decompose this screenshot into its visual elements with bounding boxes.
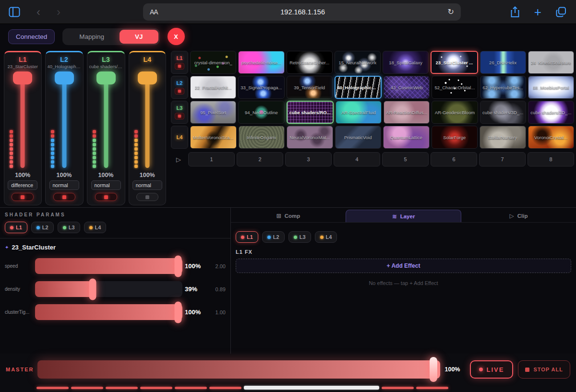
layer-chip-l2[interactable]: L2: [31, 222, 54, 233]
column-button-8[interactable]: 8: [528, 152, 574, 166]
clip-cell[interactable]: NeuralVoronoiMat...: [287, 126, 333, 149]
clip-cell[interactable]: VoronoiCrystal...: [528, 126, 575, 149]
channel-stop-button[interactable]: [53, 193, 75, 201]
column-button-5[interactable]: 5: [382, 152, 429, 166]
clip-cell[interactable]: psychedelic-noise...: [238, 51, 284, 74]
clip-cell[interactable]: 24_KineticSculpture: [528, 51, 574, 74]
clip-cell[interactable]: AR-ReactionDiffus...: [384, 101, 430, 124]
master-fader[interactable]: [37, 360, 440, 379]
clip-cell[interactable]: 39_TensorField: [287, 76, 333, 99]
layer-chip-l1[interactable]: L1: [5, 222, 27, 233]
param-percent: 100%: [185, 262, 207, 270]
channel-fader[interactable]: [48, 71, 81, 169]
tab-vj[interactable]: VJ: [120, 30, 158, 44]
param-slider-knob[interactable]: [175, 255, 182, 277]
clip-cell[interactable]: 43_CosmicWeb: [384, 76, 430, 99]
channel-fader[interactable]: [89, 71, 123, 169]
clip-cell[interactable]: cube shaders/RO...: [287, 101, 334, 124]
play-icon[interactable]: ▷: [171, 152, 186, 166]
fader-knob[interactable]: [96, 71, 116, 84]
clip-cell[interactable]: AR-SpectralFluid: [336, 101, 382, 124]
stop-all-button[interactable]: STOP ALL: [518, 360, 570, 379]
clip-cell[interactable]: 62_HypercubeTes...: [480, 76, 526, 99]
clip-cell[interactable]: 68_MoebiusPortal: [528, 76, 574, 99]
layer-chip-l4[interactable]: L4: [315, 231, 337, 243]
param-slider-knob[interactable]: [175, 301, 182, 323]
sidebar-toggle-icon[interactable]: [9, 7, 20, 17]
column-button-7[interactable]: 7: [479, 152, 526, 166]
fader-knob[interactable]: [13, 71, 32, 84]
channel-id-label: L4: [144, 56, 151, 63]
blend-mode-select[interactable]: difference: [8, 180, 37, 190]
clip-cell[interactable]: 33_SignalPropaga...: [238, 76, 284, 99]
param-slider[interactable]: [35, 258, 182, 274]
clip-cell[interactable]: cube shaders/3D_...: [480, 101, 526, 124]
tabs-icon[interactable]: [556, 7, 566, 17]
channel-stop-button[interactable]: [136, 193, 158, 201]
url-text[interactable]: 192.168.1.156: [158, 8, 448, 16]
blend-mode-select[interactable]: normal: [49, 180, 79, 190]
tab-comp[interactable]: ⊞Comp: [231, 210, 346, 222]
param-slider-knob[interactable]: [89, 278, 96, 300]
add-effect-button[interactable]: + Add Effect: [236, 259, 571, 273]
channel-fader[interactable]: [6, 71, 39, 169]
clip-cell[interactable]: PrismaticVoid: [335, 126, 382, 149]
clip-cell[interactable]: crystal-dimension_: [190, 51, 236, 74]
layer-chip-l3[interactable]: L3: [58, 222, 80, 233]
clip-cell[interactable]: 95_PixelSort: [190, 101, 236, 124]
channel-strip-l1: L123_StarCluster100%difference: [4, 51, 42, 205]
layer-chip-l3[interactable]: L3: [288, 231, 311, 243]
clip-cell[interactable]: SolarForge: [432, 126, 478, 149]
clip-cell[interactable]: 23_StarCluster ...: [431, 51, 478, 74]
channel-stop-button[interactable]: [95, 193, 117, 201]
reader-aa-icon[interactable]: AA: [150, 8, 158, 16]
row-stop-button[interactable]: [175, 88, 184, 95]
clip-cell[interactable]: AR-GeodesicBloom: [432, 101, 478, 124]
share-icon[interactable]: [510, 6, 520, 18]
new-tab-icon[interactable]: +: [534, 6, 541, 18]
address-bar[interactable]: AA 192.168.1.156 ↻: [143, 3, 461, 21]
clip-cell[interactable]: StellarNursery: [480, 126, 526, 149]
reload-icon[interactable]: ↻: [448, 7, 454, 16]
clip-cell[interactable]: 94_NeonOutline: [238, 101, 284, 124]
param-slider[interactable]: [35, 304, 182, 320]
clip-cell[interactable]: RetroSpaceSpher...: [287, 51, 333, 74]
clip-cell[interactable]: cube shaders/3D_...: [528, 101, 574, 124]
blend-mode-select[interactable]: normal: [91, 180, 121, 190]
column-button-3[interactable]: 3: [285, 152, 332, 166]
clip-cell[interactable]: 15_NeuralNetwork: [335, 51, 381, 74]
column-button-2[interactable]: 2: [237, 152, 283, 166]
back-icon[interactable]: ‹: [36, 6, 40, 18]
fader-knob[interactable]: [138, 71, 157, 84]
fader-knob[interactable]: [55, 71, 74, 84]
meter-led: [134, 160, 138, 164]
tab-clip[interactable]: ▷Clip: [461, 210, 576, 222]
clip-label: SolarForge: [443, 135, 466, 140]
clip-cell[interactable]: QuantumLattice: [383, 126, 430, 149]
clip-cell[interactable]: 40_HolographicM...: [335, 76, 382, 99]
layer-chip-l4[interactable]: L4: [84, 222, 107, 233]
column-button-4[interactable]: 4: [334, 152, 380, 166]
clip-cell[interactable]: 22_FractalArchit...: [190, 76, 236, 99]
live-button[interactable]: LIVE: [470, 360, 514, 379]
tab-layer[interactable]: ≋Layer: [346, 210, 461, 222]
layer-chip-l2[interactable]: L2: [262, 231, 285, 243]
clip-cell[interactable]: 18_SpiralGalaxy: [383, 51, 429, 74]
channel-fader[interactable]: [131, 71, 164, 169]
blend-mode-select[interactable]: normal: [132, 180, 162, 190]
close-icon[interactable]: X: [168, 28, 185, 45]
row-stop-button[interactable]: [175, 113, 184, 119]
tab-mapping[interactable]: Mapping: [64, 30, 120, 44]
row-stop-button[interactable]: [175, 63, 184, 70]
forward-icon[interactable]: ›: [57, 6, 60, 18]
clip-cell[interactable]: 26_DNAHelix: [480, 51, 526, 74]
layer-chip-l1[interactable]: L1: [236, 231, 258, 243]
param-slider[interactable]: [35, 281, 182, 297]
master-fader-knob[interactable]: [430, 357, 437, 382]
channel-stop-button[interactable]: [12, 193, 34, 201]
clip-cell[interactable]: 52_ChaoticOrbital...: [432, 76, 478, 99]
clip-cell[interactable]: MoltenVoronoiSca...: [190, 126, 237, 149]
column-button-1[interactable]: 1: [188, 152, 235, 166]
column-button-6[interactable]: 6: [431, 152, 477, 166]
clip-cell[interactable]: InfiniteOrigami: [239, 126, 285, 149]
